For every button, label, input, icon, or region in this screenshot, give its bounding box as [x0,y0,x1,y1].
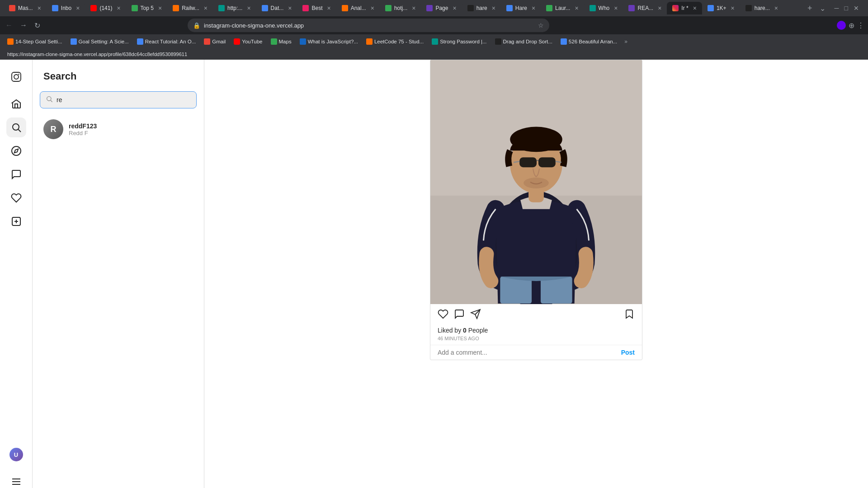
bookmark-favicon-gmail [204,38,210,45]
tab-4[interactable]: Top 5 × [126,2,168,14]
tab-8[interactable]: Best × [297,2,336,14]
tab-close-12[interactable]: × [492,5,495,12]
bookmark-leetcode[interactable]: LeetCode 75 - Stud... [363,37,427,46]
sidebar-search-button[interactable] [6,117,26,137]
bookmark-label-leetcode: LeetCode 75 - Stud... [374,39,424,44]
tab-label-6: http:... [227,5,242,11]
bookmark-youtube[interactable]: YouTube [230,37,266,46]
more-options-icon[interactable]: ⋮ [857,21,864,30]
tab-more-button[interactable]: ⌄ [817,4,828,13]
tab-favicon-19 [745,5,752,11]
bookmark-label-gmail: Gmail [212,39,226,44]
bookmarks-more[interactable]: » [622,37,630,46]
tab-12[interactable]: hare × [462,2,501,14]
result-avatar: R [43,119,63,139]
tab-19[interactable]: hare... × [740,2,783,14]
sidebar-profile-button[interactable]: U [6,445,26,465]
tab-2[interactable]: Inbo × [47,2,85,14]
share-button[interactable] [470,309,481,322]
tab-13[interactable]: Hare × [501,2,541,14]
tab-close-19[interactable]: × [774,5,778,12]
bookmark-526[interactable]: 526 Beautiful Arran... [557,37,621,46]
sidebar-explore-button[interactable] [6,141,26,161]
instagram-logo-icon[interactable] [6,67,26,87]
tab-close-4[interactable]: × [158,5,162,12]
search-input-icon [46,95,53,104]
tab-close-11[interactable]: × [453,5,456,12]
tab-close-1[interactable]: × [38,5,41,12]
tab-close-18[interactable]: × [731,5,735,12]
tab-close-2[interactable]: × [76,5,80,12]
tab-close-3[interactable]: × [117,5,120,12]
profile-icon[interactable] [837,21,846,30]
address-bar[interactable]: 🔒 instagram-clone-sigma-one.vercel.app ☆ [188,19,549,32]
tab-15[interactable]: Who × [584,2,623,14]
tab-close-7[interactable]: × [288,5,292,12]
tab-16[interactable]: REA... × [623,2,667,14]
tab-close-14[interactable]: × [575,5,578,12]
tab-5[interactable]: Railw... × [167,2,213,14]
post-action-left [438,309,481,322]
sidebar-messages-button[interactable] [6,164,26,184]
tab-favicon-11 [426,5,433,11]
tab-favicon-8 [302,5,309,11]
bookmark-1[interactable]: 14-Step Goal Setti... [4,37,66,46]
tab-close-13[interactable]: × [532,5,535,12]
tab-close-9[interactable]: × [371,5,374,12]
like-button[interactable] [438,309,448,322]
sidebar-create-button[interactable] [6,211,26,231]
bookmark-maps[interactable]: Maps [267,37,295,46]
tab-6[interactable]: http:... × [213,2,256,14]
result-username: reddF123 [69,122,97,130]
tab-7[interactable]: Dat... × [256,2,297,14]
tab-17-active[interactable]: Ir * × [667,2,702,14]
bookmark-button[interactable] [624,310,635,322]
search-input-wrapper[interactable] [40,91,197,108]
reload-button[interactable]: ↻ [33,19,42,32]
post-comment-bar: Post [430,345,642,360]
search-input[interactable] [57,96,191,103]
comment-post-button[interactable]: Post [621,349,635,356]
bookmark-3[interactable]: React Tutorial: An O... [133,37,200,46]
tab-1[interactable]: Mas... × [4,2,47,14]
extension-puzzle-icon[interactable]: ⊕ [849,21,854,30]
bookmark-gmail[interactable]: Gmail [200,37,229,46]
new-tab-button[interactable]: + [804,4,816,13]
forward-button[interactable]: → [18,19,29,31]
sidebar-home-button[interactable] [6,94,26,114]
bookmark-strongpass[interactable]: Strong Password |... [428,37,490,46]
tab-close-16[interactable]: × [658,5,661,12]
tab-3[interactable]: (141) × [85,2,126,14]
minimize-button[interactable]: ─ [835,5,839,12]
bookmark-js[interactable]: What is JavaScript?... [296,37,362,46]
sidebar-menu-button[interactable] [6,472,26,488]
bookmark-star-icon[interactable]: ☆ [538,22,544,29]
tab-favicon-3 [90,5,97,11]
tab-favicon-13 [506,5,513,11]
maximize-button[interactable]: □ [844,5,848,12]
tab-9[interactable]: Anal... × [336,2,380,14]
tab-close-5[interactable]: × [204,5,208,12]
comment-input[interactable] [438,349,618,356]
close-button[interactable]: ✕ [854,5,859,12]
status-url: https://instagram-clone-sigma-one.vercel… [7,52,187,57]
tab-close-17[interactable]: × [693,5,697,12]
tab-close-8[interactable]: × [327,5,330,12]
tab-18[interactable]: 1K+ × [702,2,740,14]
bookmark-drag[interactable]: Drag and Drop Sort... [491,37,556,46]
search-result-item[interactable]: R reddF123 Redd F [40,116,197,143]
tab-11[interactable]: Page × [421,2,462,14]
bookmark-favicon-youtube [234,38,240,45]
back-button[interactable]: ← [4,19,14,31]
tab-10[interactable]: hotj... × [380,2,421,14]
bookmark-label-2: Goal Setting: A Scie... [79,39,129,44]
sidebar-notifications-button[interactable] [6,188,26,208]
tab-close-15[interactable]: × [614,5,618,12]
tab-favicon-18 [708,5,714,11]
comment-button[interactable] [454,309,465,322]
tab-close-6[interactable]: × [247,5,250,12]
tab-close-10[interactable]: × [412,5,415,12]
bookmark-2[interactable]: Goal Setting: A Scie... [67,37,132,46]
tab-label-1: Mas... [18,5,33,11]
tab-14[interactable]: Laur... × [541,2,584,14]
